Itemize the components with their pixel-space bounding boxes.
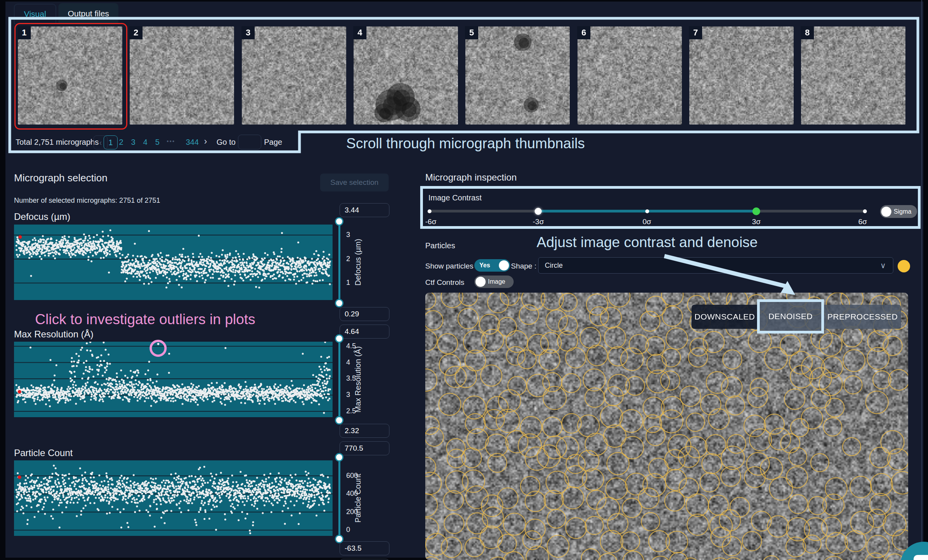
pagination-page-2[interactable]: 2: [115, 135, 127, 149]
axis-tick-label: 1: [346, 279, 350, 287]
shape-dropdown[interactable]: Circle ∨: [538, 257, 893, 274]
axis-tick-label: 2: [346, 255, 350, 263]
axis-tick-label: 0: [346, 526, 350, 534]
app-window: Visual Output files 12345678 Total 2,751…: [0, 0, 928, 560]
pagination-next-button[interactable]: ›: [204, 134, 207, 148]
view-mode-denoised-button[interactable]: DENOISED: [757, 299, 824, 334]
contrast-tick-zero: 0σ: [643, 218, 651, 226]
range-slider-handle-min[interactable]: [335, 416, 343, 425]
axis-tick-label: 4: [346, 358, 350, 367]
pagination-page-4[interactable]: 4: [139, 135, 151, 149]
sigma-toggle-label: Sigma: [894, 208, 911, 215]
max-resolution-min-input[interactable]: [340, 424, 389, 438]
max-resolution-plot-title: Max Resolution (Å): [14, 329, 93, 340]
tab-output-files-label: Output files: [68, 9, 109, 18]
show-particles-label: Show particles: [425, 262, 474, 270]
particle-count-scatter-plot[interactable]: [14, 460, 333, 536]
max-resolution-max-input[interactable]: [340, 325, 389, 339]
defocus-scatter-plot[interactable]: [14, 225, 333, 300]
micrograph-thumbnail-2[interactable]: [130, 26, 234, 125]
particle-count-max-input[interactable]: [340, 441, 389, 455]
range-slider-handle-min[interactable]: [335, 535, 343, 543]
show-particles-toggle[interactable]: Yes: [474, 259, 510, 272]
tab-visual[interactable]: Visual: [14, 4, 56, 24]
shape-label: Shape :: [511, 262, 537, 270]
micrograph-thumbnail-5[interactable]: [465, 26, 570, 125]
sigma-toggle-knob: [881, 207, 891, 217]
micrograph-image[interactable]: [425, 293, 908, 560]
thumbnail-number-badge: 3: [241, 26, 255, 39]
annotation-contrast: Adjust image contrast and denoise: [537, 234, 758, 251]
particle-color-swatch[interactable]: [898, 260, 910, 272]
defocus-plot-title: Defocus (µm): [14, 211, 70, 222]
range-slider-track[interactable]: [338, 221, 340, 303]
range-slider-track[interactable]: [338, 339, 340, 420]
tab-output-files[interactable]: Output files: [58, 3, 118, 24]
contrast-tick-minus3: -3σ: [533, 218, 544, 226]
total-micrographs-label: Total 2,751 micrographs: [16, 135, 99, 149]
particles-section-label: Particles: [425, 241, 455, 250]
save-selection-button[interactable]: Save selection: [320, 174, 389, 191]
show-particles-toggle-knob: [499, 260, 509, 270]
range-slider-handle-max[interactable]: [335, 217, 343, 226]
pagination-page-5[interactable]: 5: [151, 135, 163, 149]
axis-tick-label: 3: [346, 231, 350, 239]
contrast-track-left[interactable]: [429, 210, 538, 212]
y-axis-label: Max Resolution (Å): [354, 344, 363, 414]
annotation-outliers: Click to investigate outliers in plots: [35, 311, 255, 328]
y-axis-label: Defocus (µm): [354, 227, 363, 297]
selection-panel-title: Micrograph selection: [14, 172, 107, 184]
micrograph-thumbnail-4[interactable]: [354, 26, 458, 125]
view-mode-downscaled-button[interactable]: DOWNSCALED: [692, 305, 758, 329]
range-slider-handle-min[interactable]: [335, 299, 343, 307]
defocus-min-input[interactable]: [340, 307, 389, 321]
contrast-tick-plus6: 6σ: [858, 218, 867, 226]
prev-icon: ‹: [99, 138, 102, 147]
contrast-tick-dot-max: [863, 209, 867, 213]
thumbnail-number-badge: 6: [577, 26, 590, 39]
contrast-handle-high[interactable]: [752, 207, 760, 215]
current-page-label: 1: [108, 138, 113, 147]
pagination-page-3[interactable]: 3: [127, 135, 139, 149]
contrast-tick-dot-zero: [645, 209, 649, 213]
micrograph-thumbnail-8[interactable]: [801, 26, 905, 125]
ctf-controls-toggle[interactable]: Image: [474, 276, 514, 288]
max-resolution-scatter-plot[interactable]: [14, 342, 333, 417]
view-mode-preprocessed-button[interactable]: PREPROCESSED: [824, 305, 901, 329]
thumbnail-number-badge: 4: [353, 26, 366, 39]
ctf-toggle-knob: [475, 277, 486, 287]
micrograph-thumbnail-3[interactable]: [242, 26, 346, 125]
micrograph-thumbnail-6[interactable]: [578, 26, 682, 125]
ctf-controls-label: Ctf Controls: [425, 278, 464, 287]
contrast-handle-low[interactable]: [535, 208, 542, 215]
range-slider-handle-max[interactable]: [335, 334, 343, 343]
tab-visual-label: Visual: [24, 9, 46, 19]
selected-count-label: Number of selected micrographs: 2751 of …: [14, 197, 160, 205]
particle-count-plot-title: Particle Count: [14, 448, 73, 458]
image-contrast-panel: Image Contrast -6σ -3σ 0σ 3σ 6σ Sigma: [420, 186, 921, 229]
pagination-page-344[interactable]: 344: [186, 135, 199, 149]
particle-count-min-input[interactable]: [340, 541, 389, 555]
thumbnail-number-badge: 5: [465, 26, 478, 39]
goto-page-input[interactable]: [238, 135, 261, 149]
defocus-max-input[interactable]: [340, 203, 389, 217]
thumbnail-number-badge: 7: [689, 26, 702, 39]
contrast-tick-minus6: -6σ: [425, 218, 437, 226]
inspection-panel-title: Micrograph inspection: [425, 172, 517, 183]
thumbnail-number-badge: 8: [801, 26, 814, 39]
contrast-track-right[interactable]: [756, 210, 865, 212]
contrast-tick-plus3: 3σ: [752, 218, 761, 226]
thumbnail-number-badge: 2: [129, 26, 143, 39]
ctf-toggle-label: Image: [488, 278, 505, 285]
selected-thumbnail-outline: [14, 23, 127, 130]
micrograph-thumbnail-7[interactable]: [689, 26, 794, 125]
range-slider-handle-max[interactable]: [335, 453, 343, 462]
range-slider-track[interactable]: [338, 457, 340, 539]
sigma-toggle[interactable]: Sigma: [880, 205, 917, 218]
page-label: Page: [264, 135, 282, 149]
window-edge: [921, 0, 922, 560]
pagination-ellipsis: •••: [167, 134, 175, 148]
y-axis-label: Particle Count: [354, 463, 363, 533]
annotation-scroll-thumbnails: Scroll through micrograph thumbnails: [346, 135, 585, 152]
image-contrast-label: Image Contrast: [428, 193, 482, 202]
